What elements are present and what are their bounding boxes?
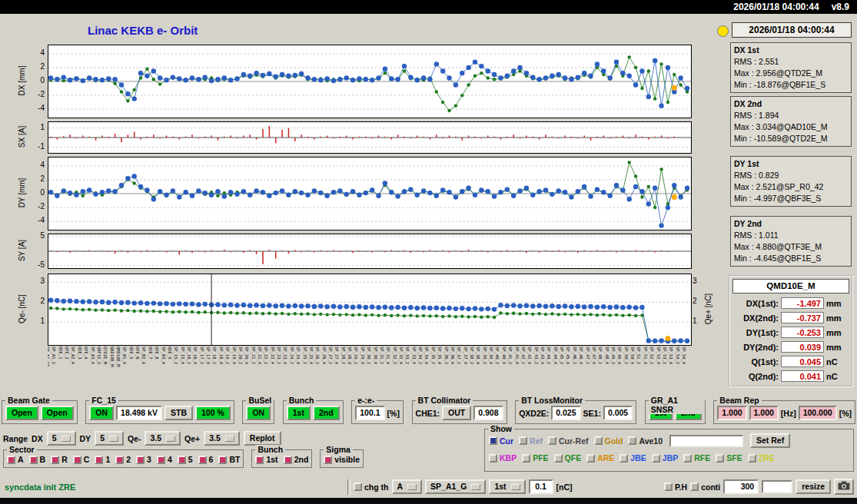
region-checkbox-sfe[interactable]: SFE [716, 453, 742, 463]
ref-input[interactable] [669, 435, 743, 447]
bpm-label: SP_30_4 [374, 346, 378, 364]
bpm-label: SP_20_2 [238, 346, 243, 364]
bpm-select[interactable]: SP_A1_G [425, 479, 486, 494]
region-checkbox-pfe[interactable]: PFE [522, 453, 548, 463]
checkbox[interactable] [157, 456, 165, 464]
show-checkbox-ref[interactable]: Ref [519, 436, 543, 446]
busel-on-button[interactable]: ON [246, 406, 271, 420]
checkbox[interactable] [198, 456, 207, 464]
checkbox[interactable] [95, 456, 103, 464]
fc15-stb-button[interactable]: STB [164, 406, 193, 420]
region-checkbox-rfe[interactable]: RFE [683, 453, 710, 463]
checkbox[interactable] [586, 454, 595, 463]
beam-gate-open-button-2[interactable]: Open [41, 406, 74, 420]
sector-checkbox-3[interactable]: 3 [136, 455, 151, 464]
checkbox-label: P.H [675, 482, 687, 492]
sx-steering-plot[interactable] [48, 121, 692, 154]
dx-orbit-plot[interactable] [48, 45, 692, 118]
y-tick-label: -4 [38, 104, 45, 112]
show-checkbox-cur[interactable]: Cur [489, 436, 513, 446]
blank-field[interactable] [762, 480, 792, 493]
che1-out-button[interactable]: OUT [442, 406, 471, 420]
checkbox[interactable] [284, 456, 292, 464]
conti-checkbox[interactable]: conti [690, 482, 720, 492]
region-checkbox-jbp[interactable]: JBP [652, 453, 678, 463]
checkbox[interactable] [489, 454, 497, 463]
chg-th-checkbox[interactable]: chg th [354, 482, 389, 492]
checkbox[interactable] [594, 436, 603, 445]
dy-orbit-plot[interactable] [48, 157, 692, 230]
checkbox[interactable] [554, 454, 563, 463]
sector-checkbox-4[interactable]: 4 [157, 455, 172, 464]
checkbox[interactable] [664, 482, 673, 491]
camera-button[interactable] [834, 479, 854, 495]
sector-checkbox-a[interactable]: A [7, 455, 24, 464]
region-checkbox-qfe[interactable]: QFE [554, 453, 582, 463]
sector-checkbox-b[interactable]: B [29, 455, 46, 464]
titlebar-datetime: 2026/01/18 04:00:44 [733, 2, 819, 12]
checkbox[interactable] [690, 482, 699, 491]
checkbox[interactable] [652, 454, 660, 463]
charge-plot[interactable] [48, 274, 692, 346]
region-checkbox-jbe[interactable]: JBE [619, 453, 646, 463]
checkbox[interactable] [748, 454, 756, 463]
checkbox[interactable] [136, 456, 144, 464]
bpm-label: QBF1E_S [97, 346, 101, 364]
checkbox[interactable] [73, 456, 81, 464]
checkbox-label: JBE [630, 453, 646, 463]
threshold-field[interactable]: 0.1 [529, 479, 553, 494]
region-checkbox-are[interactable]: ARE [586, 453, 614, 463]
checkbox[interactable] [354, 482, 362, 491]
sector-checkbox-r[interactable]: R [51, 455, 68, 464]
resize-button[interactable]: resize [796, 479, 831, 494]
checkbox[interactable] [522, 454, 530, 463]
sector-checkbox-6[interactable]: 6 [198, 455, 214, 464]
sector-checkbox-1[interactable]: 1 [95, 455, 110, 464]
sigma-checkbox-visible[interactable]: visible [324, 455, 360, 464]
checkbox[interactable] [115, 456, 124, 464]
checkbox[interactable] [548, 436, 556, 445]
checkbox[interactable] [519, 436, 527, 445]
region-checkbox-zre[interactable]: ZRE [748, 453, 775, 463]
group-label: GR_A1 SNSR [649, 396, 705, 414]
bunch-number-select[interactable]: 1st [489, 479, 525, 494]
checkbox[interactable] [489, 436, 497, 445]
bunch-checkbox-1st[interactable]: 1st [255, 455, 277, 464]
sector-checkbox-bt[interactable]: BT [218, 455, 240, 464]
stats-box-dy-2nd: DY 2nd RMS : 1.011 Max : 4.880@QTF3E_M M… [730, 216, 852, 267]
sector-checkbox-5[interactable]: 5 [178, 455, 193, 464]
bunch-1st-button[interactable]: 1st [287, 406, 311, 420]
checkbox[interactable] [716, 454, 724, 463]
checkbox[interactable] [51, 456, 59, 464]
fc15-percent-button[interactable]: 100 % [195, 406, 231, 420]
checkbox[interactable] [324, 456, 332, 464]
monitor-value: 0.045 [781, 356, 824, 367]
checkbox[interactable] [178, 456, 186, 464]
set-ref-button[interactable]: Set Ref [750, 433, 790, 448]
sy-steering-plot[interactable] [48, 234, 692, 269]
checkbox[interactable] [255, 456, 264, 464]
bpm-label: SP_A2_4 [71, 346, 75, 364]
checkbox[interactable] [683, 454, 692, 463]
checkbox[interactable] [7, 456, 15, 464]
sector-select[interactable]: A [392, 479, 423, 494]
show-checkbox-ave10[interactable]: Ave10 [628, 436, 663, 446]
sector-checkbox-2[interactable]: 2 [115, 455, 131, 464]
bunch-2nd-button[interactable]: 2nd [313, 406, 340, 420]
checkbox[interactable] [29, 456, 38, 464]
sector-checkbox-c[interactable]: C [73, 455, 90, 464]
bpm-label: QDE_3 [78, 346, 82, 360]
region-checkbox-kbp[interactable]: KBP [489, 453, 517, 463]
checkbox[interactable] [218, 456, 227, 464]
bpm-label: SP_38_4 [476, 346, 480, 364]
show-checkbox-gold[interactable]: Gold [594, 436, 623, 446]
ph-checkbox[interactable]: P.H [664, 482, 687, 492]
bunch-checkbox-2nd[interactable]: 2nd [284, 455, 309, 464]
checkbox[interactable] [619, 454, 628, 463]
fc15-on-button[interactable]: ON [89, 406, 114, 420]
y-tick-label: -5 [38, 261, 45, 269]
beam-gate-open-button-1[interactable]: Open [5, 406, 38, 420]
show-checkbox-cur-ref[interactable]: Cur-Ref [548, 436, 589, 446]
interval-field[interactable]: 300 [723, 479, 759, 494]
checkbox[interactable] [628, 436, 636, 445]
